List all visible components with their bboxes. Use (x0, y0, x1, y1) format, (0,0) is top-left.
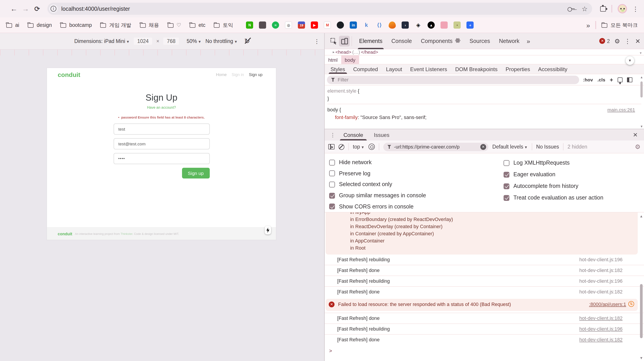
signup-button[interactable]: Sign up (182, 168, 210, 178)
reload-button[interactable]: ⟳ (31, 5, 43, 13)
bookmark-github-icon[interactable] (337, 22, 344, 29)
console-filter-input[interactable] (394, 144, 478, 150)
bookmark-round-logo-icon[interactable]: ◎ (285, 22, 292, 29)
clear-console-icon[interactable] (338, 144, 344, 150)
bookmark-folder-게임-개발[interactable]: 게임 개발 (100, 22, 131, 28)
bookmark-gmail-icon[interactable]: M (324, 22, 331, 29)
source-link[interactable]: hot-dev-client.js:196 (580, 278, 622, 284)
panel-tab-sources[interactable]: Sources (465, 33, 495, 49)
bookmark-youtube-icon[interactable]: ▶ (311, 22, 318, 29)
setting-selected-context-only[interactable]: Selected context only (329, 179, 504, 190)
device-height-input[interactable]: 768 (163, 38, 179, 45)
bookmark-code-brackets-icon[interactable]: ⟨⟩ (376, 22, 383, 29)
bookmark-folder-bootcamp[interactable]: bootcamp (60, 22, 92, 28)
styles-filter-input[interactable] (338, 77, 575, 82)
checkbox-hide-network[interactable] (329, 160, 335, 166)
sidebar-tab-layout[interactable]: Layout (382, 64, 406, 74)
password-field[interactable] (113, 153, 210, 164)
sidebar-tab-event-listeners[interactable]: Event Listeners (406, 64, 451, 74)
browser-menu-icon[interactable]: ⋮ (632, 5, 639, 12)
setting-preserve-log[interactable]: Preserve log (329, 168, 504, 179)
source-link[interactable]: hot-dev-client.js:182 (580, 267, 622, 274)
network-request-icon[interactable]: ⇅ (628, 301, 634, 307)
clear-filter-icon[interactable]: ✕ (480, 144, 486, 150)
tab-issues[interactable]: Issues (368, 129, 395, 140)
profile-avatar[interactable] (618, 4, 627, 14)
toggle-class-button[interactable]: .cls (598, 77, 605, 82)
site-info-icon[interactable]: i (49, 4, 58, 13)
css-property-font-family[interactable]: font-family: "Source Sans Pro", sans-ser… (327, 114, 641, 121)
bookmark-naver-icon[interactable]: N (246, 22, 253, 29)
device-throttling-select[interactable]: No throttling▼ (206, 38, 238, 44)
bookmark-folder-♡[interactable]: ♡ (168, 22, 181, 28)
setting-eager-evaluation[interactable]: Eager evaluation (504, 169, 603, 180)
styles-filter[interactable] (327, 76, 579, 84)
device-toolbar-toggle-icon[interactable] (339, 36, 350, 46)
bookmark-star-icon[interactable]: ☆ (582, 5, 588, 13)
checkbox-treat-code-evaluation-as-user-action[interactable] (504, 195, 510, 201)
panel-tab-console[interactable]: Console (387, 33, 416, 49)
nav-link-sign-in[interactable]: Sign in (232, 72, 244, 77)
setting-hide-network[interactable]: Hide network (329, 157, 504, 168)
tab-console[interactable]: Console (338, 129, 368, 140)
thinkster-link[interactable]: Thinkster (120, 232, 132, 235)
setting-log-xmlhttprequests[interactable]: Log XMLHttpRequests (504, 157, 603, 169)
console-sidebar-icon[interactable] (328, 144, 334, 150)
all-bookmarks-folder[interactable]: 모든 북마크 (602, 22, 638, 28)
panel-tab-network[interactable]: Network (494, 33, 524, 49)
checkbox-selected-context-only[interactable] (329, 182, 335, 188)
new-style-rule-button[interactable]: + (610, 76, 613, 83)
live-expression-icon[interactable] (368, 144, 375, 150)
bookmark-folder-토익[interactable]: 토익 (214, 22, 233, 28)
forward-button[interactable]: → (20, 5, 31, 13)
bookmark-folder-design[interactable]: design (28, 22, 52, 28)
drawer-menu-icon[interactable]: ⋮ (327, 129, 338, 140)
checkbox-preserve-log[interactable] (329, 171, 335, 176)
bookmark-vercel-icon[interactable]: ▲ (428, 22, 435, 29)
checkbox-autocomplete-from-history[interactable] (504, 183, 510, 189)
console-error-badge[interactable]: ✕ 2 (600, 38, 610, 44)
bookmark-k-logo-icon[interactable]: k (363, 22, 370, 29)
issues-counter[interactable]: No Issues (536, 144, 559, 150)
breadcrumb-html[interactable]: html (325, 56, 341, 64)
source-link[interactable]: hot-dev-client.js:182 (580, 336, 622, 343)
bookmark-spotify-icon[interactable]: ≈ (272, 22, 279, 29)
extensions-icon[interactable] (600, 6, 606, 12)
source-link[interactable]: hot-dev-client.js:196 (580, 256, 622, 263)
sidebar-tab-computed[interactable]: Computed (349, 64, 382, 74)
sidebar-tab-properties[interactable]: Properties (502, 64, 534, 74)
console-settings-icon[interactable]: ⚙ (635, 143, 640, 150)
username-field[interactable] (113, 124, 210, 135)
devtools-close-icon[interactable]: ✕ (635, 37, 640, 44)
checkbox-show-cors-errors-in-console[interactable] (329, 204, 335, 209)
toggle-hover-state-button[interactable]: :hov (583, 77, 593, 82)
drawer-close-icon[interactable]: ✕ (629, 129, 641, 140)
source-link[interactable]: hot-dev-client.js:182 (580, 288, 622, 295)
source-link[interactable]: hot-dev-client.js:182 (580, 315, 622, 322)
sidebar-tab-styles[interactable]: Styles (326, 64, 349, 74)
bookmark-dark-avatar-icon[interactable] (259, 22, 266, 29)
inspect-element-icon[interactable] (328, 36, 339, 46)
conduit-logo[interactable]: conduit (58, 71, 80, 78)
more-panels-icon[interactable]: » (524, 37, 533, 44)
email-field[interactable] (113, 138, 210, 150)
nextjs-dev-indicator[interactable] (265, 226, 271, 234)
device-zoom-select[interactable]: 50%▼ (187, 38, 202, 44)
scrollbar-thumb[interactable] (640, 284, 643, 338)
device-toolbar-menu-icon[interactable]: ⋮ (314, 38, 320, 44)
checkbox-group-similar-messages-in-console[interactable] (329, 192, 335, 198)
url-bar[interactable]: i localhost:4000/user/register ☆ (48, 3, 592, 15)
breadcrumb-body[interactable]: body (341, 56, 359, 64)
console-scrollbar[interactable]: ▲▼ (639, 214, 644, 360)
css-source-link[interactable]: main.css:261 (607, 106, 635, 114)
password-manager-icon[interactable] (567, 5, 574, 12)
styles-scrollbar[interactable]: ▲▼ (640, 76, 643, 129)
checkbox-log-xmlhttprequests[interactable] (504, 160, 510, 166)
source-link[interactable]: hot-dev-client.js:196 (580, 326, 622, 332)
footer-logo[interactable]: conduit (58, 232, 72, 236)
setting-treat-code-evaluation-as-user-action[interactable]: Treat code evaluation as user action (504, 192, 603, 204)
setting-group-similar-messages-in-console[interactable]: Group similar messages in console (329, 190, 504, 201)
nav-link-home[interactable]: Home (216, 72, 227, 77)
bookmark-folder-채용[interactable]: 채용 (140, 22, 159, 28)
bookmark-linkedin-icon[interactable]: in (350, 22, 357, 29)
